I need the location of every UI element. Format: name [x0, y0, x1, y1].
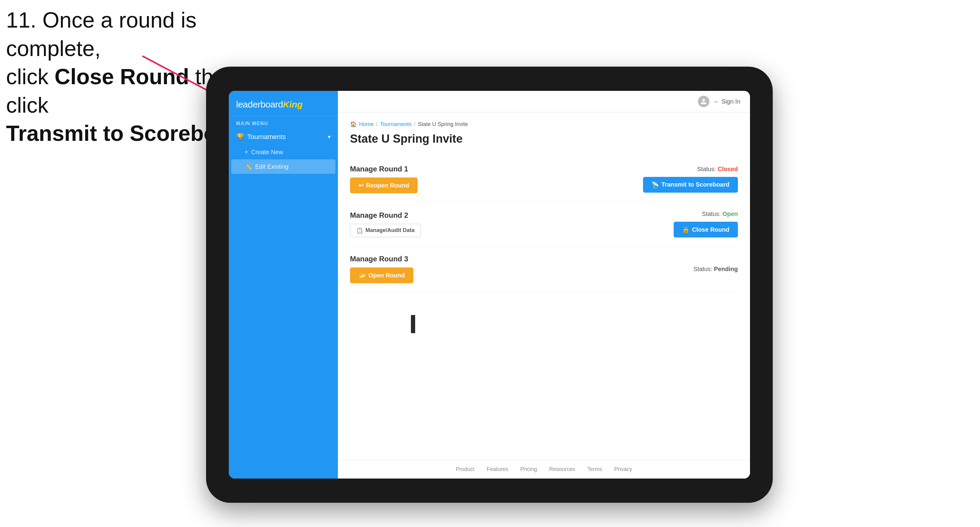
- content-area: 🏠 Home / Tournaments / State U Spring In…: [338, 113, 750, 460]
- open-round-icon: 📂: [358, 272, 366, 279]
- round-1-status-label: Status:: [697, 166, 716, 172]
- trophy-icon: 🏆: [236, 133, 244, 141]
- main-menu-label: MAIN MENU: [229, 116, 338, 129]
- logo-area: leaderboardKing: [229, 91, 338, 116]
- chevron-down-icon: ▾: [328, 133, 331, 140]
- close-round-icon: 🔒: [682, 226, 690, 233]
- logo-king: King: [283, 99, 303, 110]
- round-1-title: Manage Round 1: [350, 165, 418, 173]
- sidebar-item-edit-existing[interactable]: ✏️ Edit Existing: [231, 159, 336, 174]
- round-3-title: Manage Round 3: [350, 255, 413, 263]
- sidebar: leaderboardKing MAIN MENU 🏆 Tournaments …: [229, 91, 338, 479]
- round-2-right: Status: Open 🔒 Close Round: [674, 211, 738, 237]
- breadcrumb-home[interactable]: Home: [359, 121, 374, 127]
- tablet-screen: leaderboardKing MAIN MENU 🏆 Tournaments …: [229, 91, 750, 479]
- tablet-side-button: [411, 315, 415, 333]
- close-round-button[interactable]: 🔒 Close Round: [674, 222, 738, 237]
- sidebar-tournaments-label: Tournaments: [247, 133, 286, 141]
- plus-icon: +: [245, 149, 248, 156]
- reopen-round-label: Reopen Round: [366, 182, 409, 189]
- open-round-label: Open Round: [369, 272, 405, 279]
- round-1-left: Manage Round 1 ↩ Reopen Round: [350, 165, 418, 193]
- app-layout: leaderboardKing MAIN MENU 🏆 Tournaments …: [229, 91, 750, 479]
- round-2-left: Manage Round 2 📋 Manage/Audit Data: [350, 211, 421, 237]
- avatar: [698, 96, 710, 107]
- instruction-bold1: Close Round: [54, 65, 189, 89]
- round-3-left: Manage Round 3 📂 Open Round: [350, 255, 413, 283]
- open-round-button[interactable]: 📂 Open Round: [350, 267, 413, 283]
- round-3-right: Status: Pending: [693, 266, 738, 273]
- round-2-section: Manage Round 2 📋 Manage/Audit Data Statu…: [350, 202, 738, 246]
- transmit-to-scoreboard-button[interactable]: 📡 Transmit to Scoreboard: [643, 177, 738, 193]
- create-new-label: Create New: [251, 149, 283, 156]
- transmit-label: Transmit to Scoreboard: [662, 181, 730, 188]
- edit-existing-label: Edit Existing: [255, 163, 288, 170]
- round-2-status: Status: Open: [702, 211, 738, 217]
- breadcrumb-sep-2: /: [414, 121, 415, 127]
- round-2-status-label: Status:: [702, 211, 721, 217]
- round-2-title: Manage Round 2: [350, 211, 421, 220]
- footer-link-terms[interactable]: Terms: [587, 466, 602, 473]
- tablet-device: leaderboardKing MAIN MENU 🏆 Tournaments …: [206, 67, 773, 503]
- sign-in-area[interactable]: → Sign In: [698, 96, 740, 107]
- round-3-status: Status: Pending: [693, 266, 738, 273]
- home-icon: 🏠: [350, 121, 357, 127]
- sign-in-arrow-icon: →: [713, 98, 719, 105]
- footer-link-features[interactable]: Features: [487, 466, 508, 473]
- breadcrumb-current: State U Spring Invite: [418, 121, 468, 127]
- round-2-status-value: Open: [722, 211, 738, 217]
- manage-audit-label: Manage/Audit Data: [366, 227, 415, 233]
- footer-link-privacy[interactable]: Privacy: [614, 466, 632, 473]
- round-1-section: Manage Round 1 ↩ Reopen Round Status: Cl…: [350, 156, 738, 202]
- breadcrumb-sep-1: /: [376, 121, 377, 127]
- sign-in-label: Sign In: [722, 98, 740, 105]
- sidebar-item-tournaments[interactable]: 🏆 Tournaments ▾: [229, 129, 338, 145]
- breadcrumb: 🏠 Home / Tournaments / State U Spring In…: [350, 121, 738, 127]
- footer-link-product[interactable]: Product: [456, 466, 474, 473]
- reopen-round-button[interactable]: ↩ Reopen Round: [350, 178, 418, 193]
- main-content: → Sign In 🏠 Home / Tournaments / State U…: [338, 91, 750, 479]
- top-bar: → Sign In: [338, 91, 750, 113]
- audit-icon: 📋: [356, 227, 363, 234]
- page-title: State U Spring Invite: [350, 132, 738, 145]
- round-3-status-value: Pending: [714, 266, 738, 272]
- footer: Product Features Pricing Resources Terms…: [338, 460, 750, 479]
- round-1-status-value: Closed: [718, 166, 738, 172]
- round-1-right: Status: Closed 📡 Transmit to Scoreboard: [643, 166, 738, 193]
- round-1-status: Status: Closed: [697, 166, 738, 173]
- close-round-label: Close Round: [692, 226, 729, 233]
- breadcrumb-tournaments[interactable]: Tournaments: [380, 121, 412, 127]
- instruction-line1: 11. Once a round is complete,: [6, 8, 196, 60]
- footer-link-resources[interactable]: Resources: [549, 466, 575, 473]
- edit-icon: ✏️: [245, 163, 252, 170]
- app-logo: leaderboardKing: [236, 99, 331, 110]
- round-3-status-label: Status:: [693, 266, 712, 272]
- round-3-section: Manage Round 3 📂 Open Round Status: Pend…: [350, 246, 738, 292]
- reopen-icon: ↩: [358, 182, 364, 189]
- sidebar-item-create-new[interactable]: + Create New: [229, 145, 338, 159]
- transmit-icon: 📡: [652, 181, 659, 188]
- footer-link-pricing[interactable]: Pricing: [520, 466, 537, 473]
- instruction-line2: click: [6, 65, 54, 89]
- manage-audit-data-button[interactable]: 📋 Manage/Audit Data: [350, 224, 421, 237]
